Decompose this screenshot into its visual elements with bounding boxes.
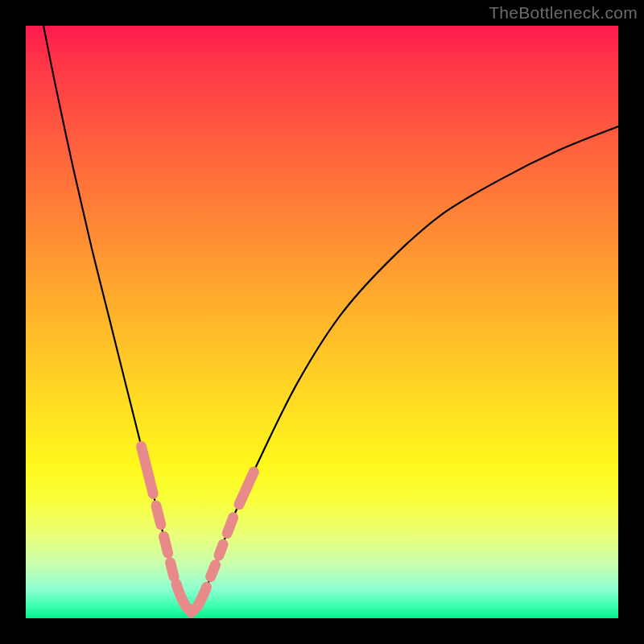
highlight-segment — [163, 536, 167, 553]
highlight-segment — [176, 584, 207, 612]
chart-frame: TheBottleneck.com — [0, 0, 644, 644]
highlight-segment — [171, 563, 174, 577]
highlight-segment — [211, 565, 216, 577]
highlight-segment — [219, 544, 223, 555]
watermark-label: TheBottleneck.com — [489, 3, 638, 23]
curve-highlight-markers — [142, 447, 254, 613]
highlight-segment — [239, 472, 254, 504]
bottleneck-curve — [26, 26, 618, 618]
highlight-segment — [142, 447, 154, 494]
highlight-segment — [156, 506, 161, 525]
curve-line — [43, 26, 618, 613]
plot-area — [26, 26, 618, 618]
highlight-segment — [227, 518, 233, 534]
